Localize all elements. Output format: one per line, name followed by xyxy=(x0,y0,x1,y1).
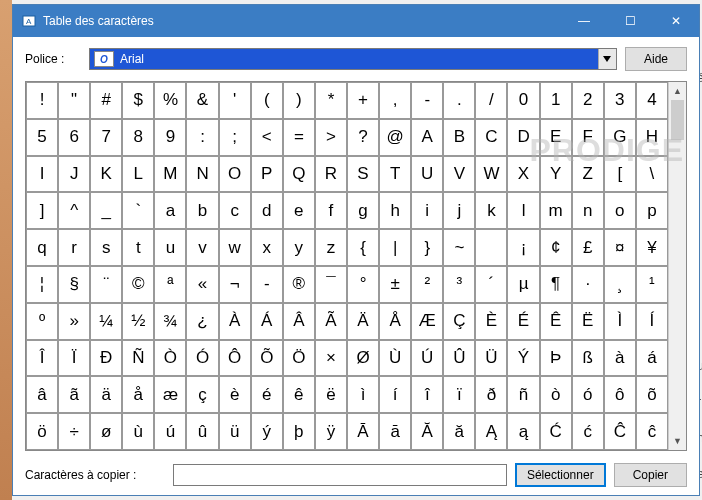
character-cell[interactable]: T xyxy=(379,156,411,193)
character-cell[interactable]: > xyxy=(315,119,347,156)
character-cell[interactable]: µ xyxy=(507,266,539,303)
character-cell[interactable]: Ì xyxy=(604,303,636,340)
character-cell[interactable]: Ã xyxy=(315,303,347,340)
character-cell[interactable]: 3 xyxy=(604,82,636,119)
character-cell[interactable]: º xyxy=(26,303,58,340)
character-cell[interactable]: Ö xyxy=(283,340,315,377)
character-cell[interactable]: G xyxy=(604,119,636,156)
character-cell[interactable]: 5 xyxy=(26,119,58,156)
character-cell[interactable]: ä xyxy=(90,376,122,413)
character-cell[interactable]: Ā xyxy=(347,413,379,450)
character-cell[interactable]: & xyxy=(186,82,218,119)
character-cell[interactable]: § xyxy=(58,266,90,303)
character-cell[interactable]: ¬ xyxy=(219,266,251,303)
character-cell[interactable]: Ă xyxy=(411,413,443,450)
character-cell[interactable]: e xyxy=(283,192,315,229)
character-cell[interactable]: j xyxy=(443,192,475,229)
character-cell[interactable]: m xyxy=(540,192,572,229)
character-cell[interactable]: { xyxy=(347,229,379,266)
character-cell[interactable]: [ xyxy=(604,156,636,193)
character-cell[interactable]: ò xyxy=(540,376,572,413)
character-cell[interactable]: , xyxy=(379,82,411,119)
character-cell[interactable]: ¦ xyxy=(26,266,58,303)
scroll-track[interactable] xyxy=(669,100,686,432)
character-cell[interactable]: < xyxy=(251,119,283,156)
character-cell[interactable]: á xyxy=(636,340,668,377)
character-cell[interactable]: ¶ xyxy=(540,266,572,303)
character-cell[interactable]: ý xyxy=(251,413,283,450)
scroll-thumb[interactable] xyxy=(671,100,684,140)
character-cell[interactable]: N xyxy=(186,156,218,193)
character-cell[interactable]: ` xyxy=(122,192,154,229)
character-cell[interactable]: # xyxy=(90,82,122,119)
character-cell[interactable]: Õ xyxy=(251,340,283,377)
character-cell[interactable]: ® xyxy=(283,266,315,303)
character-cell[interactable]: Ä xyxy=(347,303,379,340)
character-cell[interactable]: I xyxy=(26,156,58,193)
character-cell[interactable]: Â xyxy=(283,303,315,340)
character-cell[interactable]: ; xyxy=(219,119,251,156)
character-cell[interactable]: * xyxy=(315,82,347,119)
character-cell[interactable]: ¾ xyxy=(154,303,186,340)
character-cell[interactable]: M xyxy=(154,156,186,193)
character-cell[interactable]: O xyxy=(219,156,251,193)
character-cell[interactable]: g xyxy=(347,192,379,229)
character-cell[interactable]: ù xyxy=(122,413,154,450)
character-cell[interactable]: Ð xyxy=(90,340,122,377)
character-cell[interactable]: b xyxy=(186,192,218,229)
character-cell[interactable]: ß xyxy=(572,340,604,377)
character-cell[interactable]: ÷ xyxy=(58,413,90,450)
grid-scrollbar[interactable]: ▲ ▼ xyxy=(668,82,686,450)
character-cell[interactable]: y xyxy=(283,229,315,266)
character-cell[interactable]: Ĉ xyxy=(604,413,636,450)
character-cell[interactable]: È xyxy=(475,303,507,340)
character-cell[interactable]: × xyxy=(315,340,347,377)
character-cell[interactable]: ³ xyxy=(443,266,475,303)
character-cell[interactable]: n xyxy=(572,192,604,229)
character-cell[interactable]: Ê xyxy=(540,303,572,340)
character-cell[interactable]: ª xyxy=(154,266,186,303)
character-cell[interactable]: l xyxy=(507,192,539,229)
help-button[interactable]: Aide xyxy=(625,47,687,71)
character-cell[interactable]: ç xyxy=(186,376,218,413)
character-cell[interactable]: Û xyxy=(443,340,475,377)
select-button[interactable]: Sélectionner xyxy=(515,463,606,487)
character-cell[interactable]: þ xyxy=(283,413,315,450)
character-cell[interactable]: ø xyxy=(90,413,122,450)
character-cell[interactable]: x xyxy=(251,229,283,266)
character-cell[interactable]: æ xyxy=(154,376,186,413)
character-cell[interactable]: ą xyxy=(507,413,539,450)
character-cell[interactable]: Ú xyxy=(411,340,443,377)
character-cell[interactable]: î xyxy=(411,376,443,413)
character-cell[interactable]: c xyxy=(219,192,251,229)
character-cell[interactable]: / xyxy=(475,82,507,119)
character-cell[interactable]: 0 xyxy=(507,82,539,119)
character-cell[interactable]: ú xyxy=(154,413,186,450)
character-cell[interactable]: A xyxy=(411,119,443,156)
copy-button[interactable]: Copier xyxy=(614,463,687,487)
font-select[interactable]: O Arial xyxy=(89,48,617,70)
character-cell[interactable]: E xyxy=(540,119,572,156)
character-cell[interactable]: ¿ xyxy=(186,303,218,340)
character-cell[interactable]: s xyxy=(90,229,122,266)
character-cell[interactable]: 4 xyxy=(636,82,668,119)
character-cell[interactable]: ° xyxy=(347,266,379,303)
character-cell[interactable]: P xyxy=(251,156,283,193)
character-cell[interactable]: Ø xyxy=(347,340,379,377)
character-cell[interactable]: J xyxy=(58,156,90,193)
character-cell[interactable]: o xyxy=(604,192,636,229)
character-cell[interactable]: 9 xyxy=(154,119,186,156)
character-cell[interactable]: ë xyxy=(315,376,347,413)
character-cell[interactable]: z xyxy=(315,229,347,266)
character-cell[interactable]: Ý xyxy=(507,340,539,377)
character-cell[interactable]: t xyxy=(122,229,154,266)
character-cell[interactable]: 8 xyxy=(122,119,154,156)
character-cell[interactable]: ( xyxy=(251,82,283,119)
character-cell[interactable]: ' xyxy=(219,82,251,119)
character-cell[interactable]: : xyxy=(186,119,218,156)
character-cell[interactable]: Ü xyxy=(475,340,507,377)
character-cell[interactable]: ï xyxy=(443,376,475,413)
character-cell[interactable]: ¸ xyxy=(604,266,636,303)
character-cell[interactable]: å xyxy=(122,376,154,413)
scroll-up-arrow[interactable]: ▲ xyxy=(669,82,686,100)
